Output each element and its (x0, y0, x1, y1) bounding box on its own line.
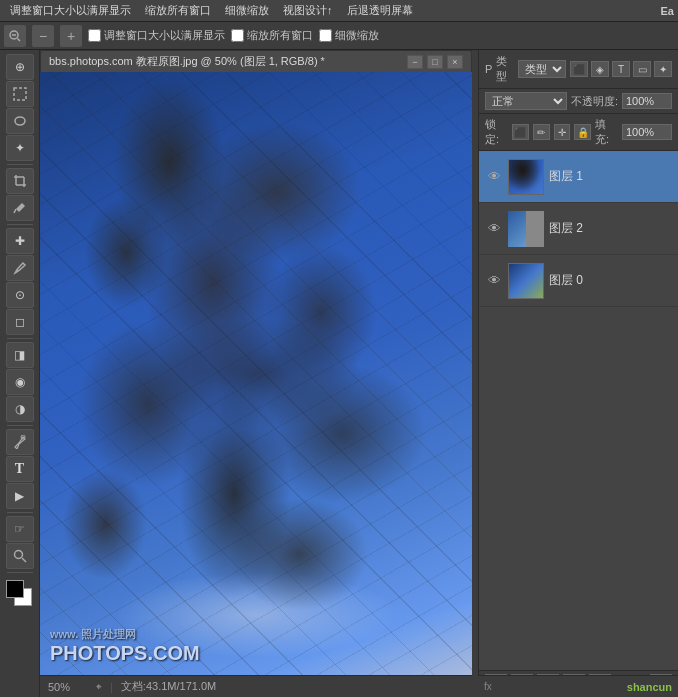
right-panels: 图层 通道 P 类型 类型 ⬛ ◈ T ▭ ✦ 正常 不透明度: (478, 22, 678, 697)
menu-item-adjust[interactable]: 调整窗口大小以满屏显示 (4, 1, 137, 20)
close-button[interactable]: × (447, 55, 463, 69)
svg-rect-3 (14, 88, 26, 100)
clone-stamp-tool[interactable]: ⊙ (6, 282, 34, 308)
adjust-window-label: 调整窗口大小以满屏显示 (104, 28, 225, 43)
layer-visibility-icon[interactable]: 👁 (485, 272, 503, 290)
pen-tool[interactable] (6, 429, 34, 455)
opacity-label: 不透明度: (571, 94, 618, 109)
filter-adjustment-icon[interactable]: ◈ (591, 61, 609, 77)
watermark: www. 照片处理网 PHOTOPS.COM (50, 627, 200, 665)
zoom-all-checkbox[interactable] (231, 29, 244, 42)
adjust-window-option: 调整窗口大小以满屏显示 (88, 28, 225, 43)
top-menubar: 调整窗口大小以满屏显示 缩放所有窗口 细微缩放 视图设计↑ 后退透明屏幕 Ea (0, 0, 678, 22)
shancun-label: shancun (627, 681, 672, 693)
filter-label: 类型 (496, 54, 514, 84)
minimize-button[interactable]: − (407, 55, 423, 69)
doc-size: 文档:43.1M/171.0M (121, 679, 216, 694)
lock-position-icon[interactable]: ✛ (554, 124, 571, 140)
menu-item-zoom-all[interactable]: 缩放所有窗口 (139, 1, 217, 20)
top-bar-label: Ea (661, 5, 674, 17)
move-tool[interactable]: ⊕ (6, 54, 34, 80)
zoom-out-btn[interactable]: − (32, 25, 54, 47)
zoom-out-icon[interactable] (4, 25, 26, 47)
adjust-window-checkbox[interactable] (88, 29, 101, 42)
watermark-line1: www. 照片处理网 (50, 627, 200, 642)
layer-thumbnail (508, 159, 544, 195)
document-titlebar: bbs.photops.com 教程原图.jpg @ 50% (图层 1, RG… (40, 50, 472, 72)
tool-separator-3 (7, 338, 33, 339)
layer-name: 图层 2 (549, 220, 672, 237)
quick-select-tool[interactable]: ✦ (6, 135, 34, 161)
canvas-area: www. 照片处理网 PHOTOPS.COM (40, 72, 472, 675)
crop-tool[interactable] (6, 168, 34, 194)
lasso-tool[interactable] (6, 108, 34, 134)
layers-filter-row: P 类型 类型 ⬛ ◈ T ▭ ✦ (479, 50, 678, 89)
status-bar: 50% ⌖ | 文档:43.1M/171.0M (40, 675, 472, 697)
path-select-tool[interactable]: ▶ (6, 483, 34, 509)
hand-tool[interactable]: ☞ (6, 516, 34, 542)
tool-separator-1 (7, 164, 33, 165)
zoom-level: 50% (48, 681, 88, 693)
menu-item-back-screen[interactable]: 后退透明屏幕 (341, 1, 419, 20)
fine-zoom-checkbox[interactable] (319, 29, 332, 42)
fx-label: fx (484, 681, 492, 692)
menu-item-fine-zoom[interactable]: 细微缩放 (219, 1, 275, 20)
zoom-in-btn[interactable]: + (60, 25, 82, 47)
options-bar: − + 调整窗口大小以满屏显示 缩放所有窗口 细微缩放 (0, 22, 678, 50)
layers-list: 👁 图层 1 👁 图层 2 👁 (479, 151, 678, 670)
tools-panel: ⊕ ✦ ✚ ⊙ ◻ ◨ ◉ ◑ T ▶ ☞ (0, 50, 40, 697)
tool-separator-4 (7, 425, 33, 426)
opacity-input[interactable] (622, 93, 672, 109)
branch-overlay (40, 72, 472, 675)
blur-tool[interactable]: ◉ (6, 369, 34, 395)
svg-line-9 (14, 209, 16, 213)
lock-all-icon[interactable]: 🔒 (574, 124, 591, 140)
color-boxes (6, 580, 34, 608)
filter-smart-icon[interactable]: ✦ (654, 61, 672, 77)
brush-tool[interactable] (6, 255, 34, 281)
fx-bottom-bar: fx shancun (478, 675, 678, 697)
dodge-tool[interactable]: ◑ (6, 396, 34, 422)
restore-button[interactable]: □ (427, 55, 443, 69)
menu-item-view-design[interactable]: 视图设计↑ (277, 1, 339, 20)
zoom-tool[interactable] (6, 543, 34, 569)
document-title: bbs.photops.com 教程原图.jpg @ 50% (图层 1, RG… (49, 54, 407, 69)
watermark-line2: PHOTOPS.COM (50, 642, 200, 665)
svg-line-2 (18, 38, 21, 41)
layer-row[interactable]: 👁 图层 0 (479, 255, 678, 307)
layer-thumbnail (508, 211, 544, 247)
eraser-tool[interactable]: ◻ (6, 309, 34, 335)
svg-line-12 (22, 558, 26, 562)
healing-brush-tool[interactable]: ✚ (6, 228, 34, 254)
layer-visibility-icon[interactable]: 👁 (485, 168, 503, 186)
fine-zoom-option: 细微缩放 (319, 28, 379, 43)
layers-mode-row: 正常 不透明度: (479, 89, 678, 114)
layers-lock-row: 锁定: ⬛ ✏ ✛ 🔒 填充: (479, 114, 678, 151)
canvas-background: www. 照片处理网 PHOTOPS.COM (40, 72, 472, 675)
layers-panel: P 类型 类型 ⬛ ◈ T ▭ ✦ 正常 不透明度: 锁定: ⬛ (479, 50, 678, 697)
filter-select[interactable]: 类型 (518, 60, 566, 78)
filter-icons: ⬛ ◈ T ▭ ✦ (570, 61, 672, 77)
filter-pixel-icon[interactable]: ⬛ (570, 61, 588, 77)
svg-point-11 (14, 551, 22, 559)
eyedropper-tool[interactable] (6, 195, 34, 221)
filter-type-label: P (485, 63, 492, 75)
rect-select-tool[interactable] (6, 81, 34, 107)
layer-name: 图层 0 (549, 272, 672, 289)
text-tool[interactable]: T (6, 456, 34, 482)
gradient-tool[interactable]: ◨ (6, 342, 34, 368)
foreground-color-box[interactable] (6, 580, 24, 598)
blend-mode-select[interactable]: 正常 (485, 92, 567, 110)
lock-image-icon[interactable]: ✏ (533, 124, 550, 140)
layer-row[interactable]: 👁 图层 1 (479, 151, 678, 203)
filter-type-icon[interactable]: T (612, 61, 630, 77)
layer-thumbnail (508, 263, 544, 299)
fill-input[interactable] (622, 124, 672, 140)
lock-transparent-icon[interactable]: ⬛ (512, 124, 529, 140)
tool-separator-5 (7, 512, 33, 513)
zoom-all-label: 缩放所有窗口 (247, 28, 313, 43)
layer-visibility-icon[interactable]: 👁 (485, 220, 503, 238)
layer-row[interactable]: 👁 图层 2 (479, 203, 678, 255)
filter-shape-icon[interactable]: ▭ (633, 61, 651, 77)
zoom-icon: ⌖ (96, 681, 102, 693)
